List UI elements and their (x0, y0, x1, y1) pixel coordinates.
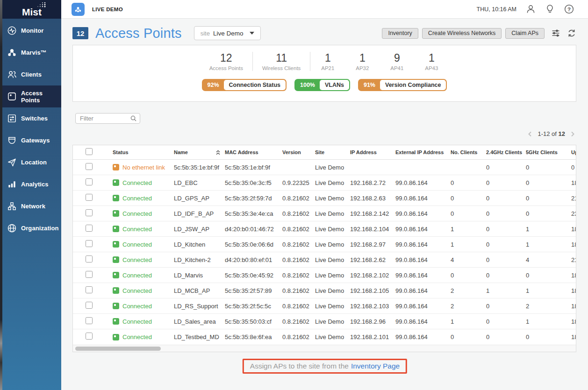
ap-5ghz-clients: 1 (526, 241, 571, 248)
assign-aps-note: Assign APs to the site from the (250, 362, 349, 370)
ap-status-icon (113, 318, 119, 325)
lightbulb-icon[interactable] (545, 4, 555, 14)
ap-clients: 0 (451, 179, 486, 186)
ap-name: LD_GPS_AP (174, 195, 225, 202)
sidebar-item-monitor[interactable]: Monitor (2, 20, 61, 42)
column-header-site[interactable]: Site (315, 149, 350, 155)
table-settings-icon[interactable] (551, 28, 560, 38)
compliance-badge[interactable]: 92% Connection Status (202, 79, 287, 91)
horizontal-scrollbar-thumb[interactable] (75, 347, 161, 351)
ap-site: Live Demo (315, 256, 350, 263)
mist-logo[interactable]: Mist (2, 0, 61, 19)
table-row[interactable]: Connected LD_Kitchen-2 d4:20:b0:80:ef:01… (73, 252, 576, 268)
row-checkbox[interactable] (86, 286, 93, 293)
topbar: LIVE DEMO THU, 10:16 AM ? (61, 0, 588, 19)
ap-5ghz-clients: 1 (526, 226, 571, 233)
sidebar-item-clients[interactable]: Clients (2, 64, 61, 85)
compliance-badge[interactable]: 100% VLANs (294, 79, 350, 91)
sidebar-item-network[interactable]: Network (2, 195, 61, 217)
column-header-name[interactable]: Name (174, 149, 225, 156)
compliance-badge[interactable]: 91% Version Compliance (358, 79, 447, 91)
metric: 12 Access Points (200, 52, 253, 71)
table-row[interactable]: Connected LD_Sales_area 5c:5b:35:50:03:c… (73, 314, 576, 329)
table-row[interactable]: Connected LD_MCB_AP 5c:5b:35:2f:57:89 0.… (73, 283, 576, 298)
ap-ip: 192.168.2.102 (350, 272, 395, 279)
ap-version: 0.8.21602 (282, 195, 315, 202)
toolbar-button[interactable]: Claim APs (505, 28, 545, 39)
column-header-uptime[interactable]: Uptime (571, 149, 576, 155)
ap-clients: 0 (451, 195, 486, 202)
column-header-ip[interactable]: IP Address (350, 149, 395, 155)
row-checkbox[interactable] (86, 163, 93, 170)
ap-clients: 4 (451, 256, 486, 263)
sidebar-item-access-points[interactable]: Access Points (2, 85, 61, 107)
toolbar-button[interactable]: Create Wireless Networks (422, 28, 502, 39)
row-checkbox[interactable] (86, 255, 93, 262)
refresh-icon[interactable] (567, 28, 576, 38)
badge-label: Version Compliance (380, 80, 446, 90)
column-header-status[interactable]: Status (106, 149, 174, 155)
sort-ascending-icon[interactable] (215, 149, 221, 156)
ap-ip: 192.168.2.142 (350, 210, 395, 217)
ap-name: LD_Kitchen-2 (174, 256, 225, 263)
table-row[interactable]: No ethernet link 5c:5b:35:1e:bf:9f 5c:5b… (73, 160, 576, 175)
ap-site: Live Demo (315, 272, 350, 279)
table-row[interactable]: Connected LD_Marvis 5c:5b:35:0e:45:92 0.… (73, 268, 576, 283)
page-next-icon[interactable] (569, 131, 576, 137)
column-header-version[interactable]: Version (282, 149, 315, 155)
column-header-external-ip[interactable]: External IP Address (395, 149, 451, 155)
table-row[interactable]: Connected LD_EBC 5c:5b:35:0e:3c:f5 0.9.2… (73, 175, 576, 191)
user-account-icon[interactable] (526, 4, 536, 14)
column-header-no-clients[interactable]: No. Clients (451, 149, 486, 155)
sidebar-item-switches[interactable]: Switches (2, 107, 61, 129)
help-icon[interactable]: ? (564, 4, 574, 14)
sidebar-nav: Monitor Marvis™ C (2, 19, 61, 239)
site-selector[interactable]: site Live Demo (194, 26, 261, 40)
row-checkbox[interactable] (86, 317, 93, 324)
toolbar-button[interactable]: Inventory (382, 28, 418, 39)
sidebar-item-marvis[interactable]: Marvis™ (2, 42, 61, 64)
row-checkbox[interactable] (86, 271, 93, 278)
ap-uptime: 18 (571, 179, 576, 186)
table-row[interactable]: Connected LD_Kitchen 5c:5b:35:0e:06:6d 0… (73, 237, 576, 252)
sidebar-item-location[interactable]: Location (2, 151, 61, 173)
metric-value: 1 (423, 52, 439, 64)
sidebar-item-organization[interactable]: Organization (2, 217, 61, 239)
ap-uptime: 23 (571, 210, 576, 217)
ap-uptime: 18 (571, 272, 576, 279)
row-checkbox[interactable] (86, 178, 93, 185)
row-checkbox[interactable] (86, 209, 93, 216)
row-checkbox[interactable] (86, 302, 93, 309)
column-header-mac[interactable]: MAC Address (225, 149, 282, 155)
sidebar-item-gateways[interactable]: Gateways (2, 129, 61, 151)
clients-icon (7, 70, 17, 80)
table-row[interactable]: Connected LD_JSW_AP d4:20:b0:01:46:72 0.… (73, 221, 576, 237)
organization-chip-icon[interactable] (72, 3, 85, 16)
inventory-page-link[interactable]: Inventory Page (351, 362, 400, 370)
ap-ip: 192.168.2.97 (350, 241, 395, 248)
select-all-checkbox[interactable] (86, 148, 93, 155)
sidebar-item-label: Clients (21, 71, 42, 78)
table-row[interactable]: Connected LD_Testbed_MD 5c:5b:35:8e:6f:e… (73, 329, 576, 345)
table-row[interactable]: Connected LD_IDF_B_AP 5c:5b:35:3e:4e:ca … (73, 206, 576, 221)
ap-clients: 1 (451, 318, 486, 325)
ap-5ghz-clients: 0 (526, 272, 571, 279)
ap-uptime: 18 (571, 333, 576, 340)
sidebar-item-analytics[interactable]: Analytics (2, 173, 61, 195)
metric: 9 AP41 (380, 52, 414, 71)
row-checkbox[interactable] (86, 333, 93, 340)
ap-external-ip: 99.0.86.164 (395, 287, 451, 294)
metric-label: Access Points (209, 65, 243, 71)
ap-external-ip: 99.0.86.164 (395, 333, 451, 340)
page-prev-icon[interactable] (527, 131, 533, 137)
ap-version: 0.8.21602 (282, 333, 315, 340)
ap-status-icon (113, 256, 119, 263)
row-checkbox[interactable] (86, 194, 93, 201)
column-header-5ghz[interactable]: 5GHz Clients (526, 149, 571, 155)
row-checkbox[interactable] (86, 240, 93, 247)
table-row[interactable]: Connected LD_RS_Support 5c:5b:35:2f:5c:5… (73, 298, 576, 314)
column-header-24ghz[interactable]: 2.4GHz Clients (486, 149, 526, 155)
table-row[interactable]: Connected LD_GPS_AP 5c:5b:35:2f:59:7d 0.… (73, 191, 576, 206)
row-checkbox[interactable] (86, 225, 93, 232)
marvis-icon (7, 48, 17, 58)
